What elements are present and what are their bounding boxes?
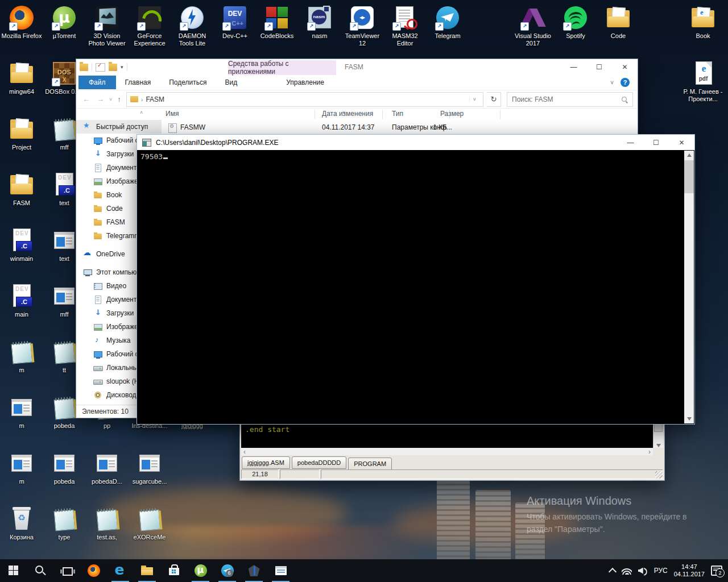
breadcrumb[interactable]: FASM xyxy=(146,95,164,103)
taskbar-start[interactable] xyxy=(0,559,27,582)
desktop-icon-nasm[interactable]: nasm xyxy=(299,5,341,40)
close-button[interactable]: ✕ xyxy=(669,135,694,150)
console-titlebar[interactable]: C:\Users\danil\Desktop\PROGRAM.EXE — ☐ ✕ xyxy=(137,135,694,150)
customize-qat-chevron-icon[interactable]: ▾ xyxy=(121,64,123,70)
desktop-icon-корзина[interactable]: Корзина xyxy=(1,506,43,541)
close-button[interactable]: ✕ xyxy=(612,59,638,75)
desktop-icon-spotify[interactable]: Spotify xyxy=(555,5,597,40)
column-separator[interactable] xyxy=(315,110,315,119)
refresh-button[interactable]: ↻ xyxy=(487,92,501,107)
menu-tab-файл[interactable]: Файл xyxy=(78,76,116,89)
desktop-icon-main[interactable]: main xyxy=(1,283,43,318)
scroll-left-arrow-icon[interactable]: ‹ xyxy=(243,448,246,456)
editor-tab-jgjgjggg-asm[interactable]: jgjgjggg.ASM xyxy=(242,456,290,469)
menu-tab-вид[interactable]: Вид xyxy=(216,76,246,89)
scroll-right-arrow-icon[interactable]: › xyxy=(648,448,651,456)
desktop-icon-m[interactable]: m xyxy=(1,394,43,430)
contextual-tab-app-tools[interactable]: Средства работы с приложениями xyxy=(228,60,336,75)
desktop-icon-pobeda[interactable]: pobeda xyxy=(43,450,85,485)
maximize-button[interactable]: ☐ xyxy=(586,59,612,75)
taskbar-search[interactable] xyxy=(27,559,53,582)
taskbar-utorrent[interactable] xyxy=(187,559,214,582)
wifi-icon[interactable] xyxy=(622,567,632,575)
taskbar-edge[interactable] xyxy=(107,559,134,582)
desktop-icon-telegram[interactable]: Telegram xyxy=(427,5,469,40)
column-header-дата-изменения[interactable]: Дата изменения xyxy=(322,110,373,118)
forward-button[interactable]: → xyxy=(95,95,106,103)
winapp-icon xyxy=(9,450,35,476)
desktop-icon-test-as[interactable]: test.as, xyxy=(86,506,128,541)
help-icon[interactable]: ? xyxy=(621,78,630,87)
desktop-icon-dev-c[interactable]: Dev-C++ xyxy=(214,5,256,40)
minimize-button[interactable]: — xyxy=(618,135,643,150)
volume-icon[interactable] xyxy=(638,567,648,575)
editor-tab-program[interactable]: PROGRAM xyxy=(348,458,392,470)
desktop-icon-р-м-ганеев-проекти[interactable]: Р. М. Ганеев - Проекти... xyxy=(682,60,724,103)
menu-tab-управление[interactable]: Управление xyxy=(277,76,333,89)
desktop-icon-fasm[interactable]: FASM xyxy=(1,172,43,207)
maximize-button[interactable]: ☐ xyxy=(643,135,669,150)
taskbar-telegram[interactable]: 6 xyxy=(214,559,241,582)
column-separator[interactable] xyxy=(500,110,500,119)
recent-locations-chevron-icon[interactable]: ˅ xyxy=(109,97,112,102)
taskbar-fasmw[interactable] xyxy=(241,559,267,582)
desktop-icon-m[interactable]: m xyxy=(1,450,43,485)
editor-tab-pobedaddddd[interactable]: pobedaDDDDD xyxy=(292,456,346,469)
clock[interactable]: 14:47 04.11.2017 xyxy=(674,563,705,578)
properties-icon[interactable] xyxy=(96,63,105,72)
desktop-icon-m[interactable]: m xyxy=(1,339,43,374)
column-header-тип[interactable]: Тип xyxy=(392,110,403,118)
column-separator[interactable] xyxy=(382,110,383,119)
console-scrollbar[interactable] xyxy=(684,151,694,423)
taskbar-store[interactable] xyxy=(160,559,187,582)
search-input[interactable]: Поиск: FASM xyxy=(507,92,633,107)
desktop-icon-visual-studio-2017[interactable]: Visual Studio 2017 xyxy=(512,5,554,47)
scroll-down-arrow-icon[interactable] xyxy=(653,444,663,447)
desktop-icon-mozilla-firefox[interactable]: Mozilla Firefox xyxy=(1,5,43,40)
desktop-icon-code[interactable]: Code xyxy=(597,5,639,40)
up-button[interactable]: ↑ xyxy=(115,95,123,103)
console-output[interactable]: 79503 xyxy=(138,151,684,423)
desktop-icon-sugarcube[interactable]: sugarcube... xyxy=(129,450,171,485)
minimize-button[interactable]: — xyxy=(561,59,586,75)
desktop-icon-codeblocks[interactable]: CodeBlocks xyxy=(256,5,298,40)
scroll-up-arrow-icon[interactable] xyxy=(687,153,692,157)
minimize-ribbon-chevron-icon[interactable]: ˅ xyxy=(610,80,614,86)
scrollbar-thumb[interactable] xyxy=(684,160,694,193)
taskbar-explorer[interactable] xyxy=(134,559,160,582)
desktop-icon-teamviewer-12[interactable]: TeamViewer 12 xyxy=(341,5,383,47)
back-button[interactable]: ← xyxy=(81,95,92,103)
taskbar-firefox[interactable] xyxy=(80,559,107,582)
search-icon[interactable] xyxy=(621,96,628,103)
desktop-icon-masm32-editor[interactable]: MASM32 Editor xyxy=(384,5,426,47)
column-header-имя[interactable]: Имя xyxy=(166,110,179,118)
language-indicator[interactable]: РУС xyxy=(654,567,668,575)
resize-grip[interactable] xyxy=(655,471,663,479)
column-header-размер[interactable]: Размер xyxy=(440,110,478,118)
desktop-icon-exorceme[interactable]: eXORceMe xyxy=(129,506,171,541)
menu-tab-поделиться[interactable]: Поделиться xyxy=(160,76,216,89)
desktop-icon-torrent[interactable]: µTorrent xyxy=(43,5,85,40)
desktop-icon-book[interactable]: Book xyxy=(682,5,724,40)
address-dropdown-chevron-icon[interactable]: ˅ xyxy=(469,97,479,102)
desktop-icon-winmain[interactable]: winmain xyxy=(1,227,43,263)
tray-overflow-chevron-icon[interactable] xyxy=(609,567,617,575)
desktop-icon-mingw64[interactable]: mingw64 xyxy=(1,60,43,95)
notifications-icon[interactable]: 2 xyxy=(711,566,722,576)
desktop-icon-geforce-experience[interactable]: GeForce Experience xyxy=(129,5,171,47)
taskbar-task-view[interactable] xyxy=(53,559,80,582)
taskbar-program-console[interactable] xyxy=(267,559,294,582)
desktop-icon-project[interactable]: Project xyxy=(1,116,43,151)
new-folder-icon[interactable] xyxy=(109,64,117,71)
address-bar[interactable]: › FASM ˅ xyxy=(126,92,483,107)
editor-horizontal-scrollbar[interactable]: ‹ › xyxy=(241,448,653,455)
desktop-icon-daemon-tools-lite[interactable]: DAEMON Tools Lite xyxy=(171,5,213,47)
desktop-icon-type[interactable]: type xyxy=(43,506,85,541)
menu-tab-главная[interactable]: Главная xyxy=(116,76,160,89)
scroll-down-arrow-icon[interactable] xyxy=(687,417,692,421)
file-row-fasmw[interactable]: FASMW04.11.2017 14:37Параметры конф...1 … xyxy=(76,122,638,134)
desktop-icon-pobedad[interactable]: pobedaD... xyxy=(86,450,128,485)
desktop-icon-3d-vision-photo-viewer[interactable]: 3D Vision Photo Viewer xyxy=(86,5,128,47)
editor-vertical-scrollbar[interactable] xyxy=(653,422,663,448)
explorer-titlebar[interactable]: ▾ Средства работы с приложениями FASM — … xyxy=(76,59,638,75)
